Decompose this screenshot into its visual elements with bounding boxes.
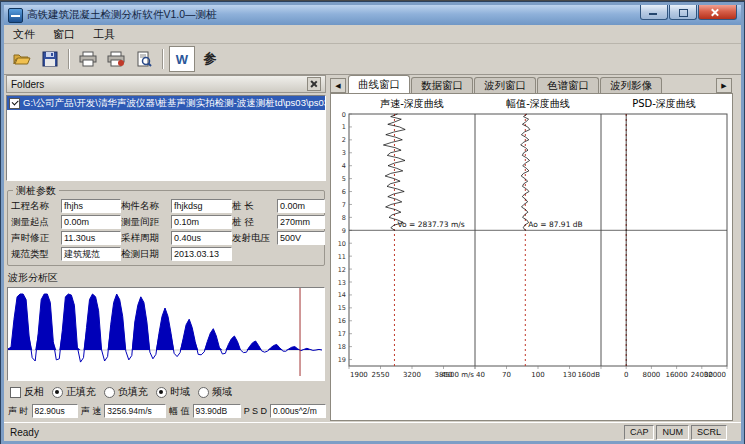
chart-area[interactable]: 012345678910111213141516171819声速-深度曲线190… [330, 93, 733, 421]
tab-data-window[interactable]: 数据窗口 [411, 77, 473, 93]
param-label: 构件名称 [121, 200, 171, 213]
svg-text:2550: 2550 [372, 371, 390, 379]
svg-text:18: 18 [338, 343, 346, 351]
param-value[interactable]: 建筑规范 [61, 247, 121, 261]
svg-text:10: 10 [338, 240, 346, 248]
svg-text:70: 70 [502, 371, 511, 379]
radio-icon [156, 387, 167, 398]
print-preview-button[interactable] [131, 46, 157, 72]
print-icon [79, 51, 97, 67]
folders-title: Folders [11, 79, 44, 90]
param-button[interactable]: 参 [197, 46, 223, 72]
param-label: 工程名称 [11, 200, 61, 213]
checkbox-icon[interactable] [9, 98, 20, 109]
invert-checkbox[interactable]: 反相 [10, 385, 44, 399]
radio-icon [52, 387, 63, 398]
param-label: 采样周期 [121, 232, 171, 245]
param-value[interactable]: fhjkdsg [171, 199, 232, 213]
title-bar[interactable]: 高铁建筑混凝土检测分析软件V1.0—测桩 [4, 5, 741, 25]
waveform-canvas [8, 288, 322, 376]
minimize-button[interactable] [640, 5, 668, 20]
sonic-time-value[interactable]: 82.90us [32, 404, 78, 418]
freq-domain-radio[interactable]: 频域 [198, 385, 232, 399]
tab-strip: ◀ 曲线窗口 数据窗口 波列窗口 色谱窗口 波列影像 ▶ [330, 75, 733, 93]
param-label: 测量间距 [121, 216, 171, 229]
svg-text:4: 4 [342, 162, 346, 170]
work-area: Folders G:\公司产品\开发\清华声波仪器\桩基声测实拍检测-波速测桩t… [4, 74, 741, 423]
tab-wavetrain-window[interactable]: 波列窗口 [474, 77, 536, 93]
word-export-button[interactable]: W [169, 46, 195, 72]
menu-file[interactable]: 文件 [4, 26, 44, 43]
param-value[interactable]: 11.30us [61, 231, 121, 245]
svg-text:40: 40 [476, 371, 485, 379]
tab-spectrum-window[interactable]: 色谱窗口 [537, 77, 599, 93]
svg-text:160dB: 160dB [577, 371, 600, 379]
radio-icon [198, 387, 209, 398]
folder-open-icon [13, 51, 31, 67]
svg-text:1: 1 [342, 123, 346, 131]
menu-tools[interactable]: 工具 [84, 26, 124, 43]
svg-text:16: 16 [338, 317, 346, 325]
svg-text:7: 7 [342, 201, 346, 209]
svg-text:14: 14 [338, 291, 346, 299]
app-window: 高铁建筑混凝土检测分析软件V1.0—测桩 文件 窗口 工具 [1, 2, 744, 444]
svg-text:PSD-深度曲线: PSD-深度曲线 [632, 98, 696, 109]
positive-fill-radio[interactable]: 正填充 [52, 385, 96, 399]
svg-text:声速-深度曲线: 声速-深度曲线 [380, 98, 444, 109]
waveform-controls: 反相 正填充 负填充 时域 频域 [10, 385, 326, 399]
svg-text:5: 5 [342, 175, 346, 183]
readings-row: 声 时 82.90us 声 速 3256.94m/s 幅 值 93.90dB P… [8, 404, 326, 418]
svg-text:11: 11 [338, 253, 346, 261]
svg-text:15: 15 [338, 304, 346, 312]
param-value[interactable]: 0.00m [277, 199, 325, 213]
svg-text:0: 0 [624, 371, 628, 379]
params-grid: 工程名称 fhjhs 构件名称 fhjkdsg 桩 长 0.00m 测量起点 0… [11, 198, 321, 262]
param-value[interactable]: 0.00m [61, 215, 121, 229]
svg-text:Ao = 87.91 dB: Ao = 87.91 dB [528, 220, 582, 229]
param-value[interactable]: 0.10m [171, 215, 232, 229]
param-value[interactable]: 500V [277, 231, 325, 245]
open-button[interactable] [9, 46, 35, 72]
svg-text:16000: 16000 [665, 371, 687, 379]
scroll-indicator: SCRL [691, 425, 727, 440]
tab-curve-window[interactable]: 曲线窗口 [348, 75, 410, 93]
list-item[interactable]: G:\公司产品\开发\清华声波仪器\桩基声测实拍检测-波速测桩td\ps03\p… [7, 96, 325, 110]
status-cells: CAP NUM SCRL [624, 425, 727, 440]
param-value[interactable]: 0.40us [171, 231, 232, 245]
svg-text:32000: 32000 [704, 371, 726, 379]
time-domain-radio[interactable]: 时域 [156, 385, 190, 399]
amplitude-value[interactable]: 93.90dB [193, 404, 241, 418]
print-setup-button[interactable] [103, 46, 129, 72]
maximize-button[interactable] [669, 5, 697, 20]
print-setup-icon [107, 51, 125, 67]
param-value[interactable]: 270mm [277, 215, 325, 229]
status-bar: Ready CAP NUM SCRL [4, 422, 741, 441]
charts-canvas: 012345678910111213141516171819声速-深度曲线190… [331, 94, 732, 414]
tab-scroll-left-button[interactable]: ◀ [330, 78, 346, 93]
negative-fill-radio[interactable]: 负填充 [104, 385, 148, 399]
svg-text:3: 3 [342, 149, 346, 157]
save-button[interactable] [37, 46, 63, 72]
print-button[interactable] [75, 46, 101, 72]
close-button[interactable] [698, 5, 737, 20]
toolbar: W 参 [4, 44, 741, 75]
param-label: 发射电压 [232, 232, 277, 245]
svg-text:19: 19 [338, 356, 346, 364]
tab-waveimage-window[interactable]: 波列影像 [600, 77, 662, 93]
waveform-area[interactable] [7, 287, 325, 381]
param-value[interactable]: 2013.03.13 [171, 247, 232, 261]
svg-text:1900: 1900 [350, 371, 368, 379]
psd-value[interactable]: 0.00us^2/m [270, 404, 326, 418]
sonic-speed-value[interactable]: 3256.94m/s [104, 404, 166, 418]
param-label: 检测日期 [121, 248, 171, 261]
status-text: Ready [10, 427, 39, 438]
tab-scroll-right-button[interactable]: ▶ [716, 78, 732, 93]
param-label: 桩 长 [232, 200, 277, 213]
folders-close-button[interactable] [307, 77, 321, 91]
num-indicator: NUM [656, 425, 689, 440]
param-value[interactable]: fhjhs [61, 199, 121, 213]
folders-header: Folders [6, 75, 326, 93]
toolbar-separator [68, 49, 70, 69]
file-list[interactable]: G:\公司产品\开发\清华声波仪器\桩基声测实拍检测-波速测桩td\ps03\p… [6, 95, 326, 181]
menu-window[interactable]: 窗口 [44, 26, 84, 43]
